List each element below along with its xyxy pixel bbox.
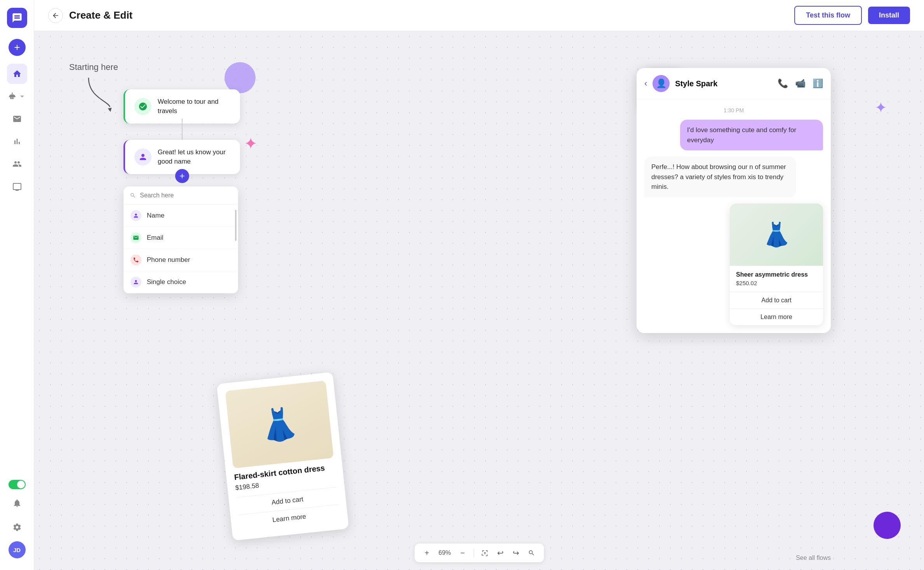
chat-back-button[interactable]: ‹	[644, 78, 647, 89]
product-card: 👗 Sheer asymmetric dress $250.02 Add to …	[730, 204, 823, 325]
dropdown-search-area[interactable]	[124, 187, 238, 205]
sidebar-bottom: JD	[7, 480, 27, 562]
page-header: Create & Edit Test this flow Install	[34, 0, 924, 31]
phone-item-label: Phone number	[147, 256, 190, 264]
name-card-text: Great! let us know your good name	[158, 148, 231, 166]
back-button[interactable]	[48, 8, 63, 23]
scrollbar	[235, 210, 237, 241]
sidebar-item-bots[interactable]	[5, 86, 30, 106]
welcome-icon	[134, 98, 151, 115]
sidebar-item-analytics[interactable]	[7, 131, 27, 152]
flared-dress-card: 👗 Flared-skirt cotton dress $198.58 Add …	[217, 372, 349, 540]
redo-button[interactable]: ↪	[510, 547, 522, 559]
product-info: Sheer asymmetric dress $250.02	[730, 266, 823, 292]
starting-here-label: Starting here	[69, 62, 118, 72]
single-choice-item-icon	[131, 277, 141, 288]
sidebar-nav	[5, 64, 30, 480]
name-item-label: Name	[147, 212, 164, 220]
product-price: $250.02	[736, 280, 817, 286]
search-icon	[130, 192, 136, 199]
info-action-icon[interactable]: ℹ️	[813, 78, 823, 89]
bot-message-bubble: Perfe...! How about browsing our n of su…	[644, 157, 796, 197]
email-item-icon	[131, 232, 141, 243]
sidebar-item-contacts[interactable]	[7, 154, 27, 174]
search-canvas-button[interactable]	[525, 547, 538, 559]
dropdown-item-phone[interactable]: Phone number	[124, 249, 238, 271]
dress-image: 👗	[225, 380, 334, 468]
dropdown-item-email[interactable]: Email	[124, 227, 238, 249]
deco-star-pink: ✦	[244, 134, 258, 153]
chat-header: ‹ 👤 Style Spark 📞 📹 ℹ️	[637, 68, 831, 99]
add-button[interactable]	[9, 39, 26, 56]
dropdown-item-name[interactable]: Name	[124, 205, 238, 227]
chat-preview-window: ‹ 👤 Style Spark 📞 📹 ℹ️ 1:30 PM I'd love …	[637, 68, 831, 333]
deco-circle	[224, 62, 256, 93]
dropdown-item-single-choice[interactable]: Single choice	[124, 271, 238, 293]
search-input[interactable]	[140, 192, 232, 199]
single-choice-item-label: Single choice	[147, 278, 186, 286]
chat-timestamp: 1:30 PM	[644, 107, 823, 113]
sidebar-item-monitor[interactable]	[7, 176, 27, 197]
sidebar: JD	[0, 0, 34, 570]
svg-marker-0	[108, 108, 113, 112]
deco-purple-dot	[874, 512, 901, 539]
connector-line	[182, 119, 183, 140]
dropdown-panel: Name Email Phone number Single choice	[124, 187, 238, 293]
add-to-cart-button[interactable]: Add to cart	[730, 292, 823, 309]
product-title: Sheer asymmetric dress	[736, 271, 817, 278]
phone-action-icon[interactable]: 📞	[778, 78, 788, 89]
sidebar-item-home[interactable]	[7, 64, 27, 84]
app-logo	[7, 8, 27, 28]
deco-star-purple: ✦	[875, 99, 887, 116]
name-item-icon	[131, 210, 141, 221]
welcome-text: Welcome to tour and travels	[158, 97, 231, 116]
chat-actions: 📞 📹 ℹ️	[778, 78, 823, 89]
zoom-level-display: 69%	[436, 549, 453, 556]
see-all-flows-link[interactable]: See all flows	[796, 554, 831, 561]
flow-arrow	[85, 74, 124, 113]
fit-screen-button[interactable]	[479, 547, 491, 559]
learn-more-button[interactable]: Learn more	[730, 309, 823, 325]
zoom-controls: + 69% − ↩ ↪	[414, 544, 544, 562]
chat-avatar: 👤	[653, 75, 670, 92]
zoom-out-button[interactable]: −	[456, 547, 469, 559]
install-button[interactable]: Install	[868, 7, 910, 24]
phone-item-icon	[131, 254, 141, 265]
name-icon	[134, 148, 151, 166]
product-image: 👗	[730, 204, 823, 266]
sidebar-item-bell[interactable]	[7, 493, 27, 513]
email-item-label: Email	[147, 234, 164, 242]
chat-title: Style Spark	[675, 79, 772, 88]
zoom-in-button[interactable]: +	[421, 547, 433, 559]
add-step-button[interactable]	[175, 169, 189, 183]
sidebar-item-settings[interactable]	[7, 517, 27, 537]
chat-body: 1:30 PM I'd love something cute and comf…	[637, 99, 831, 333]
main-area: Create & Edit Test this flow Install ✦ ✦…	[34, 0, 924, 570]
test-flow-button[interactable]: Test this flow	[794, 6, 862, 25]
undo-button[interactable]: ↩	[494, 547, 506, 559]
status-toggle[interactable]	[9, 480, 26, 489]
user-avatar[interactable]: JD	[9, 541, 26, 558]
page-title: Create & Edit	[69, 9, 788, 21]
canvas-area: ✦ ✦ Starting here Welcome to tour and tr…	[34, 31, 924, 570]
sidebar-item-inbox[interactable]	[7, 109, 27, 129]
zoom-separator	[473, 549, 474, 557]
video-action-icon[interactable]: 📹	[795, 78, 806, 89]
user-message-bubble: I'd love something cute and comfy for ev…	[680, 120, 823, 150]
